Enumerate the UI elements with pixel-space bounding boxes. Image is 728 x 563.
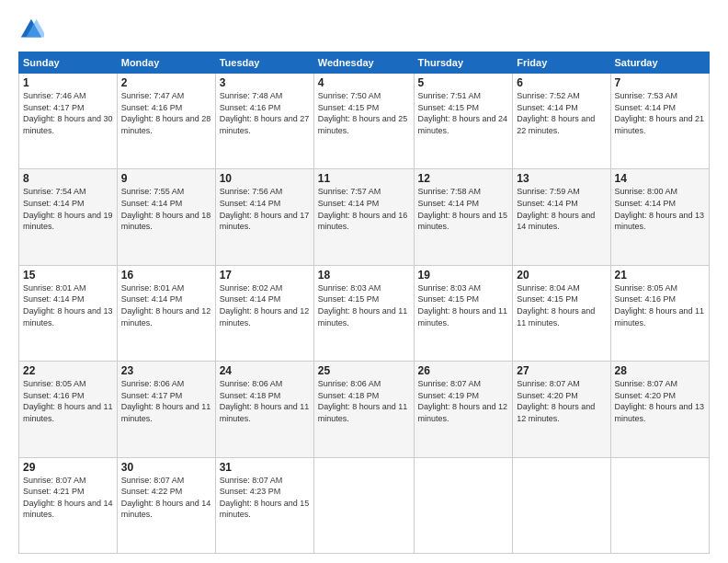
day-number: 6 bbox=[517, 76, 606, 89]
day-info: Sunrise: 7:55 AMSunset: 4:14 PMDaylight:… bbox=[121, 186, 211, 232]
calendar-day-header: Thursday bbox=[414, 52, 513, 74]
calendar-week-row: 22Sunrise: 8:05 AMSunset: 4:16 PMDayligh… bbox=[19, 362, 710, 457]
day-number: 28 bbox=[615, 364, 705, 377]
calendar-day-header: Saturday bbox=[610, 52, 709, 74]
day-info: Sunrise: 7:58 AMSunset: 4:14 PMDaylight:… bbox=[418, 186, 509, 232]
day-number: 19 bbox=[418, 269, 509, 282]
calendar-day-header: Sunday bbox=[19, 52, 118, 74]
day-info: Sunrise: 8:03 AMSunset: 4:15 PMDaylight:… bbox=[418, 282, 509, 328]
day-number: 12 bbox=[418, 172, 509, 185]
calendar-cell: 8Sunrise: 7:54 AMSunset: 4:14 PMDaylight… bbox=[19, 169, 118, 265]
day-number: 5 bbox=[418, 76, 509, 89]
day-info: Sunrise: 8:07 AMSunset: 4:19 PMDaylight:… bbox=[418, 378, 509, 424]
day-info: Sunrise: 8:05 AMSunset: 4:16 PMDaylight:… bbox=[615, 282, 705, 328]
day-info: Sunrise: 7:54 AMSunset: 4:14 PMDaylight:… bbox=[23, 186, 113, 232]
day-info: Sunrise: 7:46 AMSunset: 4:17 PMDaylight:… bbox=[23, 90, 113, 136]
day-number: 3 bbox=[220, 76, 310, 89]
day-info: Sunrise: 8:07 AMSunset: 4:21 PMDaylight:… bbox=[23, 475, 113, 521]
day-info: Sunrise: 7:57 AMSunset: 4:14 PMDaylight:… bbox=[318, 186, 410, 232]
calendar-cell: 29Sunrise: 8:07 AMSunset: 4:21 PMDayligh… bbox=[19, 457, 118, 553]
day-number: 31 bbox=[220, 461, 310, 474]
calendar-week-row: 15Sunrise: 8:01 AMSunset: 4:14 PMDayligh… bbox=[19, 265, 710, 361]
calendar-day-header: Monday bbox=[117, 52, 215, 74]
day-info: Sunrise: 7:59 AMSunset: 4:14 PMDaylight:… bbox=[517, 186, 606, 232]
day-number: 10 bbox=[220, 172, 310, 185]
day-info: Sunrise: 7:52 AMSunset: 4:14 PMDaylight:… bbox=[517, 90, 606, 136]
calendar-cell: 31Sunrise: 8:07 AMSunset: 4:23 PMDayligh… bbox=[215, 457, 313, 553]
calendar-cell: 11Sunrise: 7:57 AMSunset: 4:14 PMDayligh… bbox=[313, 169, 414, 265]
day-number: 15 bbox=[23, 269, 113, 282]
day-number: 23 bbox=[121, 364, 211, 377]
day-info: Sunrise: 8:01 AMSunset: 4:14 PMDaylight:… bbox=[23, 282, 113, 328]
day-info: Sunrise: 8:00 AMSunset: 4:14 PMDaylight:… bbox=[615, 186, 705, 232]
calendar-cell: 26Sunrise: 8:07 AMSunset: 4:19 PMDayligh… bbox=[414, 362, 513, 457]
day-number: 1 bbox=[23, 76, 113, 89]
day-number: 25 bbox=[318, 364, 410, 377]
calendar-cell: 18Sunrise: 8:03 AMSunset: 4:15 PMDayligh… bbox=[313, 265, 414, 361]
day-info: Sunrise: 7:48 AMSunset: 4:16 PMDaylight:… bbox=[220, 90, 310, 136]
calendar-cell: 12Sunrise: 7:58 AMSunset: 4:14 PMDayligh… bbox=[414, 169, 513, 265]
calendar-cell: 28Sunrise: 8:07 AMSunset: 4:20 PMDayligh… bbox=[610, 362, 709, 457]
day-number: 7 bbox=[615, 76, 705, 89]
calendar-cell: 22Sunrise: 8:05 AMSunset: 4:16 PMDayligh… bbox=[19, 362, 118, 457]
day-info: Sunrise: 8:07 AMSunset: 4:20 PMDaylight:… bbox=[615, 378, 705, 424]
day-info: Sunrise: 7:50 AMSunset: 4:15 PMDaylight:… bbox=[318, 90, 410, 136]
calendar-cell: 13Sunrise: 7:59 AMSunset: 4:14 PMDayligh… bbox=[513, 169, 610, 265]
calendar-cell: 27Sunrise: 8:07 AMSunset: 4:20 PMDayligh… bbox=[513, 362, 610, 457]
calendar-cell bbox=[513, 457, 610, 553]
day-number: 14 bbox=[615, 172, 705, 185]
logo bbox=[18, 17, 48, 42]
day-info: Sunrise: 7:53 AMSunset: 4:14 PMDaylight:… bbox=[615, 90, 705, 136]
calendar-week-row: 8Sunrise: 7:54 AMSunset: 4:14 PMDaylight… bbox=[19, 169, 710, 265]
calendar-header-row: SundayMondayTuesdayWednesdayThursdayFrid… bbox=[19, 52, 710, 74]
day-info: Sunrise: 8:06 AMSunset: 4:18 PMDaylight:… bbox=[220, 378, 310, 424]
day-info: Sunrise: 8:01 AMSunset: 4:14 PMDaylight:… bbox=[121, 282, 211, 328]
calendar-cell: 10Sunrise: 7:56 AMSunset: 4:14 PMDayligh… bbox=[215, 169, 313, 265]
day-number: 29 bbox=[23, 461, 113, 474]
day-info: Sunrise: 7:47 AMSunset: 4:16 PMDaylight:… bbox=[121, 90, 211, 136]
day-info: Sunrise: 8:03 AMSunset: 4:15 PMDaylight:… bbox=[318, 282, 410, 328]
calendar-cell: 21Sunrise: 8:05 AMSunset: 4:16 PMDayligh… bbox=[610, 265, 709, 361]
day-info: Sunrise: 8:07 AMSunset: 4:20 PMDaylight:… bbox=[517, 378, 606, 424]
day-info: Sunrise: 8:02 AMSunset: 4:14 PMDaylight:… bbox=[220, 282, 310, 328]
calendar-cell: 20Sunrise: 8:04 AMSunset: 4:15 PMDayligh… bbox=[513, 265, 610, 361]
calendar-day-header: Tuesday bbox=[215, 52, 313, 74]
day-number: 30 bbox=[121, 461, 211, 474]
day-info: Sunrise: 8:07 AMSunset: 4:22 PMDaylight:… bbox=[121, 475, 211, 521]
day-number: 22 bbox=[23, 364, 113, 377]
day-number: 4 bbox=[318, 76, 410, 89]
calendar-day-header: Friday bbox=[513, 52, 610, 74]
calendar-cell bbox=[414, 457, 513, 553]
day-number: 21 bbox=[615, 269, 705, 282]
calendar-cell: 6Sunrise: 7:52 AMSunset: 4:14 PMDaylight… bbox=[513, 74, 610, 169]
calendar-cell: 2Sunrise: 7:47 AMSunset: 4:16 PMDaylight… bbox=[117, 74, 215, 169]
calendar-week-row: 29Sunrise: 8:07 AMSunset: 4:21 PMDayligh… bbox=[19, 457, 710, 553]
calendar-cell: 17Sunrise: 8:02 AMSunset: 4:14 PMDayligh… bbox=[215, 265, 313, 361]
calendar-cell: 24Sunrise: 8:06 AMSunset: 4:18 PMDayligh… bbox=[215, 362, 313, 457]
logo-icon bbox=[18, 17, 44, 42]
day-number: 16 bbox=[121, 269, 211, 282]
day-number: 2 bbox=[121, 76, 211, 89]
day-number: 24 bbox=[220, 364, 310, 377]
day-number: 26 bbox=[418, 364, 509, 377]
calendar-cell: 25Sunrise: 8:06 AMSunset: 4:18 PMDayligh… bbox=[313, 362, 414, 457]
calendar-cell: 4Sunrise: 7:50 AMSunset: 4:15 PMDaylight… bbox=[313, 74, 414, 169]
day-number: 9 bbox=[121, 172, 211, 185]
day-info: Sunrise: 8:06 AMSunset: 4:17 PMDaylight:… bbox=[121, 378, 211, 424]
calendar-cell bbox=[313, 457, 414, 553]
calendar-cell: 1Sunrise: 7:46 AMSunset: 4:17 PMDaylight… bbox=[19, 74, 118, 169]
day-number: 17 bbox=[220, 269, 310, 282]
day-number: 11 bbox=[318, 172, 410, 185]
day-info: Sunrise: 7:56 AMSunset: 4:14 PMDaylight:… bbox=[220, 186, 310, 232]
day-info: Sunrise: 8:06 AMSunset: 4:18 PMDaylight:… bbox=[318, 378, 410, 424]
day-info: Sunrise: 8:05 AMSunset: 4:16 PMDaylight:… bbox=[23, 378, 113, 424]
day-info: Sunrise: 7:51 AMSunset: 4:15 PMDaylight:… bbox=[418, 90, 509, 136]
calendar-cell: 5Sunrise: 7:51 AMSunset: 4:15 PMDaylight… bbox=[414, 74, 513, 169]
calendar-cell: 9Sunrise: 7:55 AMSunset: 4:14 PMDaylight… bbox=[117, 169, 215, 265]
calendar-cell: 15Sunrise: 8:01 AMSunset: 4:14 PMDayligh… bbox=[19, 265, 118, 361]
calendar-day-header: Wednesday bbox=[313, 52, 414, 74]
day-number: 8 bbox=[23, 172, 113, 185]
day-number: 18 bbox=[318, 269, 410, 282]
day-info: Sunrise: 8:07 AMSunset: 4:23 PMDaylight:… bbox=[220, 475, 310, 521]
calendar-cell bbox=[610, 457, 709, 553]
